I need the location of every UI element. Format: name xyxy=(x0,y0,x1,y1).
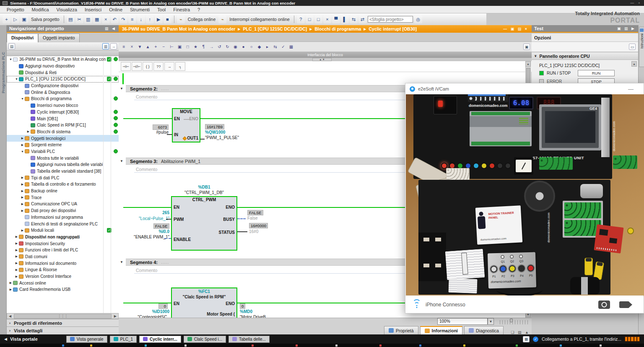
tree-item[interactable]: ▶Blocchi di sistema✓ xyxy=(7,129,119,135)
operand-address[interactable]: %MD0 xyxy=(240,309,252,314)
window-1-icon[interactable]: □ xyxy=(306,16,314,23)
tab-diagnostica[interactable]: Diagnostica xyxy=(464,326,504,334)
taskbar-button[interactable]: Vista generale xyxy=(66,336,107,343)
breakpoint-icon[interactable]: ▸ xyxy=(264,43,271,50)
no-contact-icon[interactable]: ⊣⊢ xyxy=(121,62,131,71)
accessible-devices-icon[interactable]: ? xyxy=(297,16,305,23)
operand-address[interactable]: %I0.0 xyxy=(138,229,169,234)
editor-window-controls[interactable]: — ▣ ▤ × xyxy=(503,27,528,31)
block-interface-icon[interactable]: ▦ xyxy=(288,43,295,50)
redo-icon[interactable]: ↷ xyxy=(119,16,127,23)
crossref-refresh-icon[interactable]: ⇄ xyxy=(358,16,366,23)
editor-maximize-icon[interactable]: ▣ xyxy=(523,44,530,50)
check-consistency-icon[interactable]: ✓ xyxy=(280,43,287,50)
copy-icon[interactable]: ▥ xyxy=(84,16,92,23)
tree-item[interactable]: ▶Dispositivi non raggruppati✓ xyxy=(7,234,119,241)
db-address[interactable]: %DB1 xyxy=(171,185,237,189)
insert-comment-icon[interactable]: □ xyxy=(184,43,191,50)
segment2-collapse-icon[interactable]: ▼ xyxy=(120,87,123,91)
tab-istruzioni[interactable]: Istruzioni xyxy=(639,27,644,67)
sort-filter-icon[interactable]: ▤ xyxy=(8,43,15,49)
segment3-collapse-icon[interactable]: ▼ xyxy=(120,159,123,163)
tree-item[interactable]: ▶Comunicazione OPC UA✓ xyxy=(7,201,119,207)
tree-item[interactable]: ▶Lingue & Risorse✓ xyxy=(7,267,119,273)
editor-select-icon[interactable]: ▦ xyxy=(523,336,530,342)
save-project-icon[interactable]: ▣ xyxy=(20,16,28,23)
nc-contact-icon[interactable]: ⊣/⊢ xyxy=(132,62,142,71)
coil-icon[interactable]: ( ) xyxy=(143,62,153,71)
tree-item[interactable]: Cyclic interrupt [OB30]✓ xyxy=(7,109,119,116)
menu-online[interactable]: Online xyxy=(106,7,126,13)
tree-item[interactable]: ▶Funzioni oltre i limiti del PLC✓ xyxy=(7,247,119,254)
tree-item[interactable]: ▶Backup online✓ xyxy=(7,188,119,194)
inspector-controls[interactable]: ❏ ▤ ▲ xyxy=(511,330,530,334)
tree-item[interactable]: ▼36-PWM su DRIVE_B Pann Mot in Analog co… xyxy=(7,56,119,63)
ctrl-pwm-block[interactable]: CTRL_PWM EN ENO PWM ENABLE BUSY STATUS xyxy=(171,196,237,251)
undo-icon[interactable]: ↶ xyxy=(111,16,119,23)
operand-address[interactable]: %ID1000 xyxy=(138,309,169,314)
tree-item[interactable]: Elenchi di testi di segnalazione PLC✓ xyxy=(7,220,119,227)
tree-item[interactable]: Main [OB1]✓ xyxy=(7,115,119,122)
tree-item[interactable]: ▼Blocchi di programma✓ xyxy=(7,96,119,102)
tree-item[interactable]: ▼PLC_1 [CPU 1215C DC/DC/DC]✓ xyxy=(7,76,119,83)
segment4-collapse-icon[interactable]: ▼ xyxy=(120,260,123,264)
ivcam-minimize-icon[interactable]: — xyxy=(622,86,639,92)
tree-item[interactable]: ▶Trace✓ xyxy=(7,194,119,201)
tree-item[interactable]: Aggiungi nuovo dispositivo✓ xyxy=(7,63,119,70)
tree-item[interactable]: ▶Moduli locali✓ xyxy=(7,227,119,234)
operand-address[interactable]: %QW1000 xyxy=(205,130,225,135)
branch-close-icon[interactable]: ┐ xyxy=(175,62,185,71)
tree-item[interactable]: ▶Tabella di controllo e di forzamento✓ xyxy=(7,181,119,188)
crossref-icon[interactable]: ⇆ xyxy=(350,16,358,23)
menu-inserisci[interactable]: Inserisci xyxy=(81,7,105,13)
scroll-up-icon[interactable]: ▲ xyxy=(525,61,531,67)
save-project-button[interactable]: Salva progetto xyxy=(29,17,61,22)
taskbar-button[interactable]: Tabella delle... xyxy=(229,336,270,343)
print-icon[interactable]: ▤ xyxy=(67,16,75,23)
absolute-operands-icon[interactable]: ★ xyxy=(192,43,199,50)
zoom-slider-thumb[interactable] xyxy=(510,319,513,322)
tree-item[interactable]: ▶Impostazioni Security✓ xyxy=(7,240,119,247)
monitoring-off-icon[interactable]: ○ xyxy=(248,43,255,50)
start-runtime-icon[interactable]: ▶ xyxy=(155,16,163,23)
taskbar-button[interactable]: PLC_1 xyxy=(110,336,137,343)
float-pane-icon[interactable]: ▭ xyxy=(629,44,636,50)
split-horizontal-icon[interactable]: ▀ xyxy=(332,16,340,23)
fc1-call-block[interactable]: %FC1 "Clalc Speed in RPM" EN ENO Motor S… xyxy=(171,287,237,318)
go-offline-icon[interactable]: ⌁ xyxy=(218,16,226,23)
interface-splitter-handle[interactable]: ▲ ▼ xyxy=(312,58,332,61)
snapshot-icon[interactable]: ◉ xyxy=(232,43,239,50)
jump-to-icon[interactable]: → xyxy=(208,43,215,50)
panel-collapse-icon[interactable]: ▥ ◀ xyxy=(105,26,116,31)
tree-item[interactable]: ▶Accessi online✓ xyxy=(7,280,119,286)
menu-[interactable]: ? xyxy=(194,7,203,13)
tree-item[interactable]: Online & Diagnostica✓ xyxy=(7,89,119,96)
go-online-button[interactable]: Collega online xyxy=(186,17,218,22)
operand[interactable]: "Local~Pulse_1" xyxy=(132,216,169,221)
cpu-operator-panel-header[interactable]: ∨Pannello operatore CPU xyxy=(532,52,638,60)
snapshot-icon[interactable] xyxy=(598,300,610,309)
open-project-icon[interactable]: ▷ xyxy=(11,16,19,23)
reference-projects-bar[interactable]: ›Progetti di riferimento xyxy=(7,319,119,326)
upload-from-device-icon[interactable]: ↑ xyxy=(146,16,154,23)
segment2-comment[interactable]: Commento xyxy=(134,94,444,100)
tree-item[interactable]: ▶Sorgenti esterne✓ xyxy=(7,142,119,148)
menu-modifica[interactable]: Modifica xyxy=(29,7,52,13)
free-comments-icon[interactable]: ↺ xyxy=(216,43,223,50)
ivcam-title-bar[interactable]: e2eSoft iVCam — xyxy=(405,83,644,94)
move-block[interactable]: MOVE EN ENO IN OUT1 xyxy=(172,108,200,142)
db-name[interactable]: "CTRL_PWM_1_DB" xyxy=(171,190,237,195)
paste-icon[interactable]: ▦ xyxy=(93,16,101,23)
operand[interactable]: "PWM_1_PULSE" xyxy=(205,135,239,140)
delete-row-icon[interactable]: − xyxy=(160,43,167,50)
block-interface-bar[interactable]: Interfaccia del blocco xyxy=(119,52,532,58)
window-controls[interactable]: — ▫ xyxy=(630,1,641,5)
details-view-icon[interactable]: ▥ xyxy=(102,43,109,49)
insert-block-icon[interactable]: ▣ xyxy=(176,43,183,50)
branch-open-icon[interactable]: → xyxy=(164,62,174,71)
split-vertical-icon[interactable]: ▌ xyxy=(341,16,349,23)
tab-informazioni[interactable]: Informazioni xyxy=(420,326,462,334)
crossref-icon[interactable]: ⇆ xyxy=(272,43,279,50)
compile-icon[interactable]: ≡ xyxy=(128,16,136,23)
menu-visualizza[interactable]: Visualizza xyxy=(53,7,80,13)
